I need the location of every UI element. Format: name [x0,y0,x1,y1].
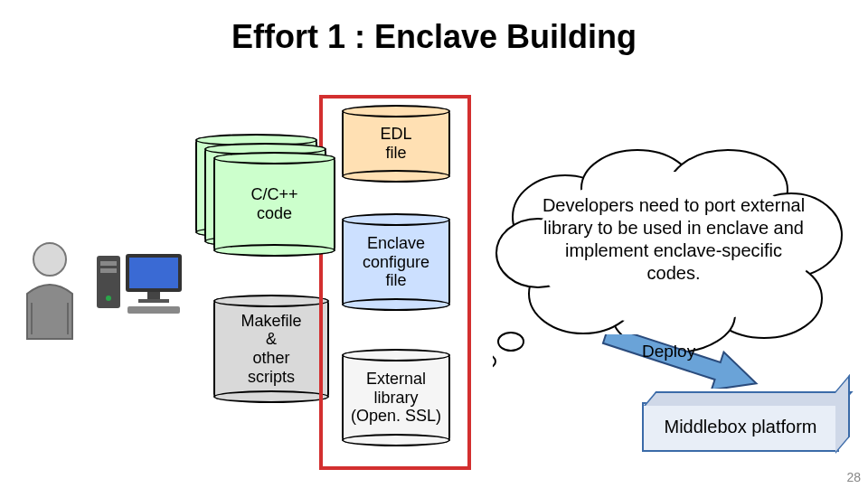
svg-rect-8 [129,258,178,288]
doc-makefile-label: Makefile & other scripts [241,312,301,387]
svg-rect-11 [127,306,180,314]
platform-block: Middlebox platform [642,402,839,452]
slide-title: Effort 1 : Enclave Building [0,0,868,56]
doc-enclave-cfg-label: Enclave configure file [363,234,429,290]
svg-point-21 [498,333,524,351]
svg-rect-4 [100,261,117,266]
svg-rect-10 [138,299,169,303]
doc-extlib: External library (Open. SSL) [342,352,450,443]
platform-label: Middlebox platform [665,417,817,437]
deploy-arrow: Deploy [597,334,760,374]
developer-icon [18,239,81,347]
svg-rect-5 [100,268,117,273]
page-number: 28 [846,470,861,484]
doc-extlib-label: External library (Open. SSL) [351,370,441,426]
svg-rect-9 [147,292,160,299]
doc-edl-label: EDL file [380,125,411,162]
doc-ccpp-label: C/C++ code [250,185,297,222]
svg-point-6 [106,296,111,301]
svg-point-22 [493,355,495,368]
deploy-label: Deploy [642,342,695,361]
diagram-canvas: C/C++ code Makefile & other scripts EDL … [0,81,868,488]
doc-makefile: Makefile & other scripts [213,298,329,399]
computer-icon [95,249,185,312]
callout-text: Developers need to port external library… [538,194,809,285]
doc-ccpp: C/C++ code [213,155,335,253]
doc-edl: EDL file [342,108,450,179]
doc-enclave-cfg: Enclave configure file [342,217,450,307]
svg-point-0 [33,243,66,276]
